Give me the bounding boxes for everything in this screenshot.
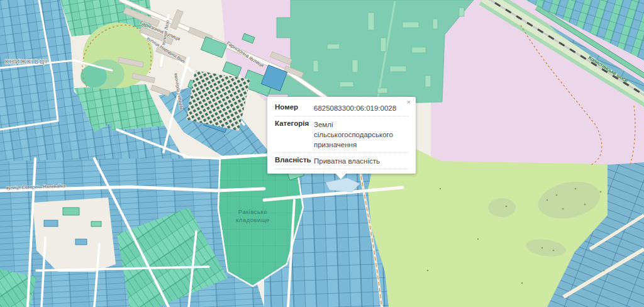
- popup-tail: [335, 173, 347, 185]
- popup-value-number: 6825083300:06:019:0028: [314, 103, 408, 113]
- cemetery-label-line2: кладовище: [236, 216, 270, 223]
- popup-row-ownership: Власність Приватна власність: [275, 153, 408, 169]
- cadastral-map-app: КНИЖКІВЦІ Гарнізонна вулиця Гарнізонна в…: [0, 0, 644, 307]
- popup-label-ownership: Власність: [275, 156, 314, 166]
- cemetery-label-line1: Раківське: [238, 208, 267, 215]
- popup-row-category: Категорія Землі сільськогосподарського п…: [275, 116, 408, 153]
- popup-label-number: Номер: [275, 103, 314, 113]
- popup-value-ownership: Приватна власність: [314, 156, 408, 166]
- popup-label-category: Категорія: [275, 120, 314, 150]
- popup-row-number: Номер 6825083300:06:019:0028: [275, 100, 408, 116]
- close-icon[interactable]: ×: [407, 99, 411, 106]
- parcel-info-popup: × Номер 6825083300:06:019:0028 Категорія…: [267, 97, 416, 174]
- place-label-knyzhkivtsi: КНИЖКІВЦІ: [5, 58, 48, 65]
- popup-value-category: Землі сільськогосподарського призначення: [314, 120, 408, 150]
